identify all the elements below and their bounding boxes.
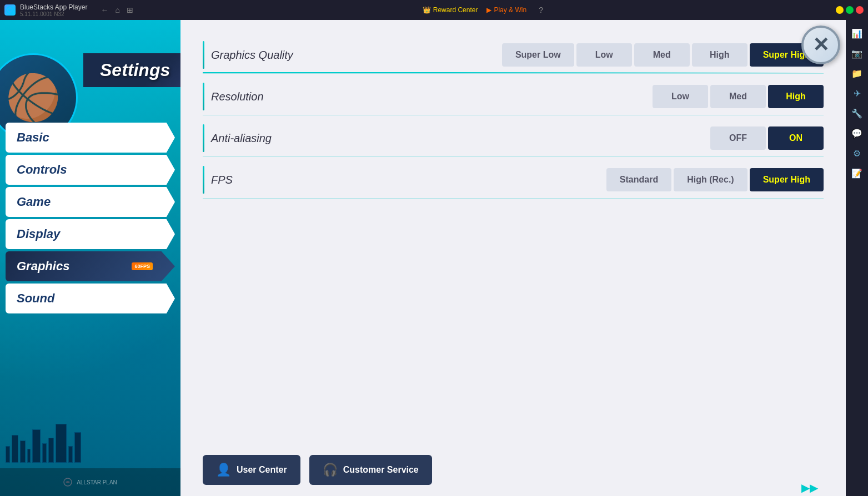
- anti-aliasing-label: Anti-aliasing: [203, 132, 369, 145]
- sidebar-item-display[interactable]: Display: [6, 219, 175, 249]
- nav-back-icon[interactable]: ←: [101, 6, 108, 14]
- bottom-logo-icon: [63, 478, 72, 487]
- right-icon-plane[interactable]: ✈: [848, 84, 866, 102]
- reward-center-label: Reward Center: [433, 6, 478, 14]
- building-6: [42, 443, 47, 463]
- nav-tabs-icon[interactable]: ⊞: [127, 6, 133, 14]
- close-settings-icon: ✕: [812, 33, 829, 57]
- maximize-button[interactable]: □: [846, 6, 854, 14]
- sidebar-item-game-label: Game: [17, 195, 51, 209]
- app-version: 5.11.11.0001 N32: [20, 11, 87, 17]
- graphics-quality-label: Graphics Quality: [203, 49, 369, 62]
- sidebar-item-display-label: Display: [17, 227, 60, 241]
- right-icon-chart[interactable]: 📊: [848, 24, 866, 42]
- fps-super-high[interactable]: Super High: [750, 168, 824, 191]
- user-center-icon: 👤: [216, 463, 231, 477]
- titlebar-left: BlueStacks App Player 5.11.11.0001 N32 ←…: [4, 3, 133, 17]
- fps-standard[interactable]: Standard: [606, 168, 671, 191]
- app-title: BlueStacks App Player: [20, 3, 87, 11]
- settings-content: Graphics Quality Super Low Low Med High …: [180, 20, 846, 444]
- graphics-quality-high[interactable]: High: [692, 43, 747, 67]
- reward-center-button[interactable]: 👑 Reward Center: [423, 6, 478, 14]
- nav-items: Basic Controls Game Display Graphics 60F…: [0, 123, 180, 313]
- titlebar-nav: ← ⌂ ⊞: [101, 6, 133, 14]
- user-center-button[interactable]: 👤 User Center: [203, 455, 300, 485]
- graphics-quality-low[interactable]: Low: [576, 43, 632, 67]
- sidebar-item-controls-label: Controls: [17, 163, 67, 176]
- right-icon-note[interactable]: 📝: [848, 164, 866, 182]
- sidebar-item-graphics-label: Graphics: [17, 259, 69, 273]
- resolution-row: Resolution Low Med High: [203, 78, 824, 115]
- sidebar-item-controls[interactable]: Controls: [6, 155, 175, 185]
- building-1: [6, 446, 10, 463]
- settings-title-bg: Settings: [83, 53, 180, 87]
- right-sidebar: 📊 📷 📁 ✈ 🔧 💬 ⚙ 📝: [846, 20, 868, 496]
- customer-service-icon: 🎧: [323, 463, 338, 477]
- play-win-label: Play & Win: [494, 6, 526, 14]
- graphics-badge: 60FPS: [132, 262, 153, 270]
- sidebar-item-sound[interactable]: Sound: [6, 284, 175, 313]
- nav-home-icon[interactable]: ⌂: [115, 6, 119, 14]
- fps-options: Standard High (Rec.) Super High: [369, 168, 824, 191]
- resolution-high[interactable]: High: [768, 85, 824, 108]
- right-icon-camera[interactable]: 📷: [848, 44, 866, 62]
- close-window-button[interactable]: ✕: [856, 6, 864, 14]
- sidebar-logo-text: ALLSTAR PLAN: [77, 479, 117, 485]
- titlebar-center: 👑 Reward Center ▶ Play & Win ?: [423, 4, 546, 16]
- right-icon-folder[interactable]: 📁: [848, 64, 866, 82]
- titlebar: BlueStacks App Player 5.11.11.0001 N32 ←…: [0, 0, 868, 20]
- resolution-low[interactable]: Low: [653, 85, 708, 108]
- building-10: [74, 432, 81, 463]
- anti-aliasing-options: OFF ON: [369, 126, 824, 150]
- graphics-quality-row: Graphics Quality Super Low Low Med High …: [203, 37, 824, 74]
- play-icon: ▶: [486, 6, 491, 14]
- anti-aliasing-off[interactable]: OFF: [710, 126, 766, 150]
- sidebar-item-graphics[interactable]: Graphics 60FPS: [6, 251, 175, 281]
- building-3: [20, 441, 26, 463]
- sidebar-item-basic-label: Basic: [17, 130, 49, 144]
- building-9: [68, 446, 73, 463]
- right-icon-chat[interactable]: 💬: [848, 124, 866, 142]
- anti-aliasing-on[interactable]: ON: [768, 126, 824, 150]
- anti-aliasing-row: Anti-aliasing OFF ON: [203, 120, 824, 157]
- resolution-options: Low Med High: [369, 85, 824, 108]
- right-icon-tools[interactable]: 🔧: [848, 104, 866, 122]
- bottom-decoration: ▶▶: [801, 479, 824, 496]
- building-4: [27, 449, 31, 463]
- teal-accent-line-1: [203, 72, 824, 73]
- crown-icon: 👑: [423, 6, 431, 14]
- fps-label: FPS: [203, 174, 369, 186]
- sidebar-item-basic[interactable]: Basic: [6, 123, 175, 153]
- right-icon-settings[interactable]: ⚙: [848, 144, 866, 162]
- resolution-med[interactable]: Med: [710, 85, 766, 108]
- building-5: [32, 429, 41, 463]
- bottom-buttons: 👤 User Center 🎧 Customer Service: [180, 444, 846, 496]
- graphics-quality-med[interactable]: Med: [634, 43, 690, 67]
- building-8: [56, 424, 67, 463]
- sidebar-item-sound-label: Sound: [17, 291, 54, 305]
- close-settings-button[interactable]: ✕: [801, 26, 840, 64]
- bottom-arrow-icon: ▶▶: [801, 481, 818, 494]
- play-win-button[interactable]: ▶ Play & Win: [486, 6, 526, 14]
- graphics-quality-super-low[interactable]: Super Low: [502, 43, 574, 67]
- sidebar: 🏀 Settings Basic Controls Game Display G…: [0, 20, 180, 496]
- window-controls: — □ ✕: [836, 6, 864, 14]
- minimize-button[interactable]: —: [836, 6, 844, 14]
- app-icon: [4, 4, 16, 16]
- main-content: 🏀 Settings Basic Controls Game Display G…: [0, 20, 868, 496]
- help-button[interactable]: ?: [535, 4, 546, 16]
- cityscape-decoration: [0, 418, 180, 463]
- customer-service-button[interactable]: 🎧 Customer Service: [309, 455, 432, 485]
- user-center-label: User Center: [237, 465, 287, 475]
- sidebar-item-game[interactable]: Game: [6, 187, 175, 217]
- building-7: [48, 438, 54, 463]
- fps-high-rec[interactable]: High (Rec.): [674, 168, 747, 191]
- settings-title-banner: Settings: [83, 53, 180, 87]
- settings-title: Settings: [100, 60, 170, 80]
- building-2: [12, 435, 18, 463]
- resolution-label: Resolution: [203, 90, 369, 103]
- right-panel: ✕ Graphics Quality Super Low Low Med Hig…: [180, 20, 846, 496]
- fps-row: FPS Standard High (Rec.) Super High: [203, 161, 824, 199]
- customer-service-label: Customer Service: [343, 465, 419, 475]
- graphics-quality-options: Super Low Low Med High Super High: [369, 43, 824, 67]
